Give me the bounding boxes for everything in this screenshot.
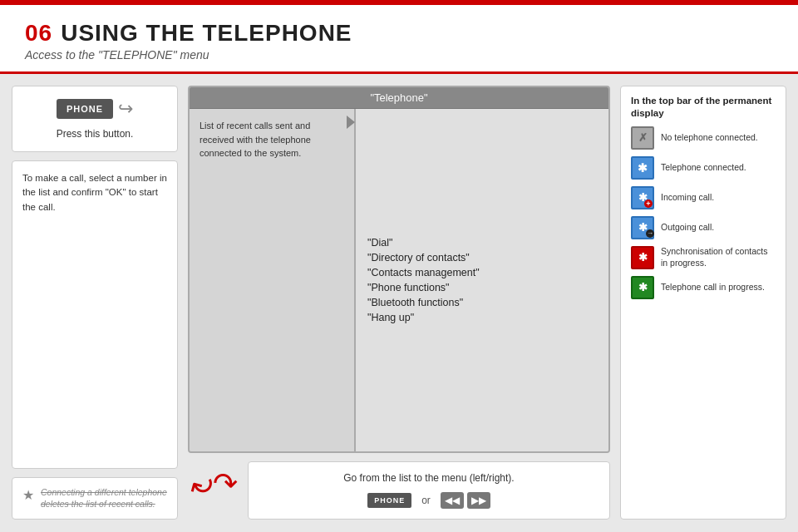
bt-row-no-phone: ✗ No telephone connected. — [631, 126, 776, 150]
bt-icon-incoming: ✱ + — [631, 186, 654, 209]
phone-button[interactable]: PHONE — [57, 99, 113, 119]
screen-left-panel: List of recent calls sent and received w… — [190, 109, 356, 451]
page-header: 06USING THE TELEPHONE Access to the "TEL… — [0, 0, 798, 74]
panel-triangle-icon — [347, 116, 355, 129]
bt-icon-no-phone: ✗ — [631, 126, 654, 150]
navigation-buttons: PHONE or ◀◀ ▶▶ — [264, 492, 594, 509]
bt-label-outgoing: Outgoing call. — [661, 222, 714, 234]
star-icon: ★ — [22, 487, 34, 503]
menu-item-directory[interactable]: "Directory of contacts" — [367, 250, 597, 265]
nav-next-button[interactable]: ▶▶ — [467, 492, 490, 509]
header-red-bar — [0, 0, 798, 5]
menu-item-contacts-mgmt[interactable]: "Contacts management" — [367, 265, 597, 280]
main-content: PHONE ↪ Press this button. To make a cal… — [0, 74, 798, 531]
or-label: or — [421, 495, 431, 506]
nav-phone-button[interactable]: PHONE — [367, 493, 411, 508]
go-from-list-label: Go from the list to the menu (left/right… — [264, 472, 594, 484]
bt-label-incoming: Incoming call. — [661, 192, 714, 204]
bt-row-outgoing: ✱ → Outgoing call. — [631, 216, 776, 239]
phone-button-section: PHONE ↪ Press this button. — [12, 86, 178, 152]
bt-row-incoming: ✱ + Incoming call. — [631, 186, 776, 209]
nav-prev-button[interactable]: ◀◀ — [441, 492, 464, 509]
menu-item-phone-functions[interactable]: "Phone functions" — [367, 280, 597, 295]
center-column: "Telephone" List of recent calls sent an… — [188, 86, 610, 520]
menu-item-dial[interactable]: "Dial" — [367, 235, 597, 250]
bt-row-connected: ✱ Telephone connected. — [631, 156, 776, 180]
bt-icon-outgoing: ✱ → — [631, 216, 654, 239]
permanent-display-title: In the top bar of the permanent display — [631, 95, 776, 120]
nav-arrow-buttons: ◀◀ ▶▶ — [441, 492, 490, 509]
bt-icon-sync: ✱ — [631, 246, 654, 269]
screen-body: List of recent calls sent and received w… — [190, 109, 608, 451]
bt-icon-connected: ✱ — [631, 156, 654, 180]
star-note-text: Connecting a different telephone deletes… — [41, 486, 167, 510]
right-column: In the top bar of the permanent display … — [620, 86, 786, 520]
bt-label-connected: Telephone connected. — [661, 162, 746, 174]
screen-list-description: List of recent calls sent and received w… — [200, 119, 344, 160]
screen-title: "Telephone" — [190, 87, 608, 109]
star-note-section: ★ Connecting a different telephone delet… — [12, 477, 178, 520]
chapter-number: 06 — [25, 20, 52, 46]
bt-row-sync: ✱ Synchronisation of contacts in progres… — [631, 246, 776, 269]
bt-icon-call-progress: ✱ — [631, 276, 654, 299]
chapter-subtitle: Access to the "TELEPHONE" menu — [25, 48, 773, 62]
ok-note-text: To make a call, select a number in the l… — [22, 173, 167, 212]
telephone-screen: "Telephone" List of recent calls sent an… — [188, 86, 610, 453]
bt-label-no-phone: No telephone connected. — [661, 132, 758, 144]
bt-row-call-progress: ✱ Telephone call in progress. — [631, 276, 776, 299]
left-column: PHONE ↪ Press this button. To make a cal… — [12, 86, 178, 520]
chapter-heading: 06USING THE TELEPHONE — [25, 20, 352, 47]
menu-item-hangup[interactable]: "Hang up" — [367, 310, 597, 325]
permanent-display-box: In the top bar of the permanent display … — [620, 86, 786, 520]
menu-item-bluetooth[interactable]: "Bluetooth functions" — [367, 295, 597, 310]
press-button-label: Press this button. — [57, 128, 134, 140]
go-from-list-box: Go from the list to the menu (left/right… — [248, 461, 610, 520]
screen-menu-panel: "Dial" "Directory of contacts" "Contacts… — [356, 109, 608, 451]
right-arrow-icon: ↪ — [118, 98, 133, 120]
curved-arrow-right-icon: ↷ — [213, 466, 238, 501]
bt-label-sync: Synchronisation of contacts in progress. — [661, 246, 776, 268]
bt-label-call-progress: Telephone call in progress. — [661, 282, 765, 293]
ok-note-box: To make a call, select a number in the l… — [12, 160, 178, 469]
